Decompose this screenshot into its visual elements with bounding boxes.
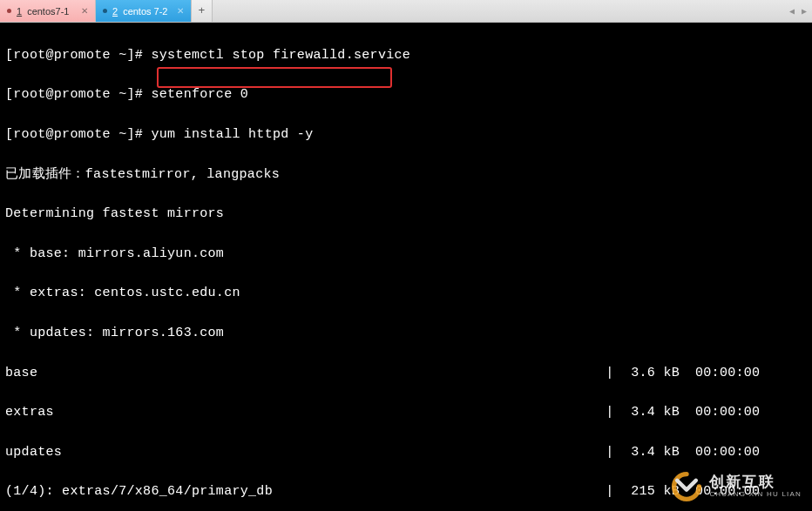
repo-row: updates|3.4 kB00:00:00 bbox=[5, 443, 807, 463]
terminal-line: * base: mirrors.aliyun.com bbox=[5, 245, 807, 265]
close-icon[interactable]: ✕ bbox=[81, 6, 88, 16]
terminal-line: * updates: mirrors.163.com bbox=[5, 324, 807, 344]
tab-centos7-2[interactable]: 2 centos 7-2 ✕ bbox=[96, 0, 192, 22]
terminal-line: * extras: centos.ustc.edu.cn bbox=[5, 284, 807, 304]
terminal-output[interactable]: [root@promote ~]# systemctl stop firewal… bbox=[0, 23, 812, 511]
tab-label: centos 7-2 bbox=[123, 6, 167, 17]
status-dot-icon bbox=[7, 9, 11, 13]
tab-bar: 1 centos7-1 ✕ 2 centos 7-2 ✕ + ◀ ▶ bbox=[0, 0, 812, 23]
tab-nav-left-icon[interactable]: ◀ bbox=[788, 6, 796, 17]
tab-nav: ◀ ▶ bbox=[784, 0, 812, 22]
watermark-text-cn: 创新互联 bbox=[709, 474, 802, 491]
terminal-line: [root@promote ~]# setenforce 0 bbox=[5, 85, 807, 105]
command-highlight-box bbox=[157, 67, 392, 88]
add-tab-button[interactable]: + bbox=[192, 0, 213, 22]
tab-index: 1 bbox=[17, 6, 22, 17]
terminal-line: [root@promote ~]# systemctl stop firewal… bbox=[5, 46, 807, 66]
repo-row: extras|3.4 kB00:00:00 bbox=[5, 403, 807, 423]
terminal-line: [root@promote ~]# yum install httpd -y bbox=[5, 125, 807, 145]
watermark: 创新互联 CHUANG XIN HU LIAN bbox=[671, 471, 802, 502]
tab-nav-right-icon[interactable]: ▶ bbox=[800, 6, 809, 17]
terminal-line: 已加载插件：fastestmirror, langpacks bbox=[5, 165, 807, 185]
tab-index: 2 bbox=[112, 6, 118, 17]
repo-row: base|3.6 kB00:00:00 bbox=[5, 364, 807, 384]
tab-centos7-1[interactable]: 1 centos7-1 ✕ bbox=[0, 0, 96, 22]
terminal-line: Determining fastest mirrors bbox=[5, 205, 807, 225]
close-icon[interactable]: ✕ bbox=[177, 6, 184, 16]
watermark-logo-icon bbox=[671, 471, 702, 502]
tab-label: centos7-1 bbox=[27, 6, 69, 17]
status-dot-icon bbox=[103, 9, 107, 13]
watermark-text-en: CHUANG XIN HU LIAN bbox=[709, 491, 802, 499]
